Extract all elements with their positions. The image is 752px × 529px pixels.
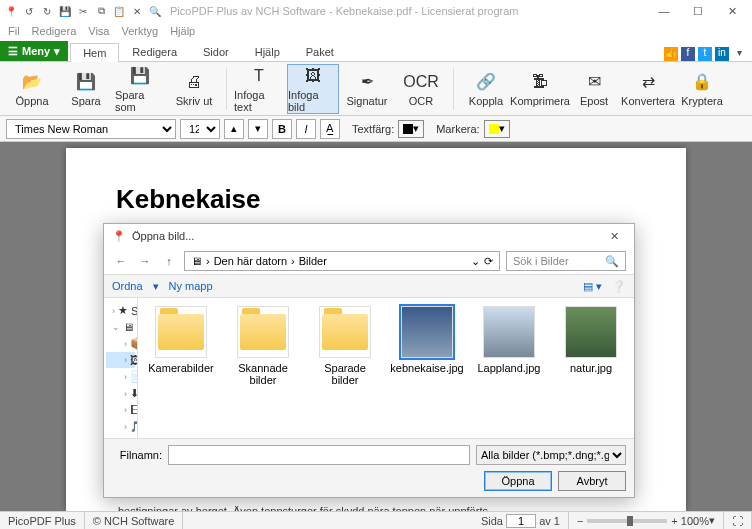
path-refresh-icon[interactable]: ⟳ bbox=[484, 255, 493, 268]
dropdown-icon[interactable]: ▾ bbox=[732, 47, 746, 61]
menu-verktyg[interactable]: Verktyg bbox=[121, 25, 158, 37]
dialog-close-button[interactable]: ✕ bbox=[602, 230, 626, 243]
tree-item[interactable]: ›🖼Bilder bbox=[106, 352, 135, 368]
maximize-button[interactable]: ☐ bbox=[688, 5, 708, 18]
qat-cut-icon[interactable]: ✂ bbox=[76, 4, 90, 18]
tree-item[interactable]: ›📦3D-objekt bbox=[106, 335, 135, 352]
ribbon-infoga-text[interactable]: TInfoga text bbox=[233, 64, 285, 114]
expand-icon[interactable]: › bbox=[124, 405, 127, 415]
menu-redigera[interactable]: Redigera bbox=[32, 25, 77, 37]
tree-item[interactable]: ›🎵Musik bbox=[106, 418, 135, 435]
like-icon[interactable]: 👍 bbox=[664, 47, 678, 61]
italic-button[interactable]: I bbox=[296, 119, 316, 139]
qat-redo-icon[interactable]: ↻ bbox=[40, 4, 54, 18]
breadcrumb[interactable]: 🖥 › Den här datorn › Bilder ⌄ ⟳ bbox=[184, 251, 500, 271]
highlight-label: Markera: bbox=[436, 123, 479, 135]
qat-delete-icon[interactable]: ✕ bbox=[130, 4, 144, 18]
tab-hjalp[interactable]: Hjälp bbox=[242, 42, 293, 61]
qat-save-icon[interactable]: 💾 bbox=[58, 4, 72, 18]
nav-up-icon[interactable]: ↑ bbox=[160, 252, 178, 270]
tab-hem[interactable]: Hem bbox=[70, 43, 119, 62]
folder-tree[interactable]: ›★Snabbåtkomst⌄🖥Den här datorn›📦3D-objek… bbox=[104, 298, 138, 438]
menu-fil[interactable]: Fil bbox=[8, 25, 20, 37]
close-button[interactable]: ✕ bbox=[722, 5, 742, 18]
ribbon-konvertera[interactable]: ⇄Konvertera bbox=[622, 64, 674, 114]
expand-icon[interactable]: › bbox=[112, 306, 115, 316]
ribbon-epost[interactable]: ✉Epost bbox=[568, 64, 620, 114]
tab-redigera[interactable]: Redigera bbox=[119, 42, 190, 61]
expand-icon[interactable]: › bbox=[124, 355, 127, 365]
font-size-up[interactable]: ▴ bbox=[224, 119, 244, 139]
nav-back-icon[interactable]: ← bbox=[112, 252, 130, 270]
minimize-button[interactable]: — bbox=[654, 5, 674, 18]
view-button[interactable]: ▤ ▾ bbox=[583, 280, 602, 293]
breadcrumb-seg-0[interactable]: Den här datorn bbox=[214, 255, 287, 267]
ribbon-signatur[interactable]: ✒Signatur bbox=[341, 64, 393, 114]
font-size-select[interactable]: 12 bbox=[180, 119, 220, 139]
filetype-select[interactable]: Alla bilder (*.bmp;*.dng;*.gif;*.j bbox=[476, 445, 626, 465]
image-item[interactable]: kebnekaise.jpg bbox=[392, 306, 462, 374]
folder-item[interactable]: Kamerabilder bbox=[146, 306, 216, 374]
tab-sidor[interactable]: Sidor bbox=[190, 42, 242, 61]
ribbon-ocr[interactable]: OCROCR bbox=[395, 64, 447, 114]
qat-paste-icon[interactable]: 📋 bbox=[112, 4, 126, 18]
qat-search-icon[interactable]: 🔍 bbox=[148, 4, 162, 18]
expand-icon[interactable]: › bbox=[124, 339, 127, 349]
search-input[interactable]: Sök i Bilder 🔍 bbox=[506, 251, 626, 271]
ribbon-komprimera[interactable]: 🗜Komprimera bbox=[514, 64, 566, 114]
image-item[interactable]: Lappland.jpg bbox=[474, 306, 544, 374]
twitter-icon[interactable]: t bbox=[698, 47, 712, 61]
organize-button[interactable]: Ordna bbox=[112, 280, 143, 292]
tree-item[interactable]: ›🎞Filmer bbox=[106, 402, 135, 418]
underline-button[interactable]: A̲ bbox=[320, 119, 340, 139]
tree-item[interactable]: ›★Snabbåtkomst bbox=[106, 302, 135, 319]
open-button[interactable]: Öppna bbox=[484, 471, 552, 491]
ribbon-koppla[interactable]: 🔗Koppla bbox=[460, 64, 512, 114]
ribbon-infoga-bild[interactable]: 🖼Infoga bild bbox=[287, 64, 339, 114]
expand-icon[interactable]: ⌄ bbox=[112, 322, 120, 332]
ribbon-skriv-ut[interactable]: 🖨Skriv ut bbox=[168, 64, 220, 114]
font-size-down[interactable]: ▾ bbox=[248, 119, 268, 139]
textcolor-picker[interactable]: ▾ bbox=[398, 120, 424, 138]
tree-item[interactable]: ⌄🖥Den här datorn bbox=[106, 319, 135, 335]
ribbon-spara-som[interactable]: 💾Spara som bbox=[114, 64, 166, 114]
file-list[interactable]: KamerabilderSkannade bilderSparade bilde… bbox=[138, 298, 634, 438]
linkedin-icon[interactable]: in bbox=[715, 47, 729, 61]
image-thumb bbox=[483, 306, 535, 358]
folder-item[interactable]: Sparade bilder bbox=[310, 306, 380, 386]
expand-icon[interactable]: › bbox=[124, 422, 127, 432]
tree-item[interactable]: ›⬇Downloads bbox=[106, 385, 135, 402]
font-name-select[interactable]: Times New Roman bbox=[6, 119, 176, 139]
ribbon-öppna[interactable]: 📂Öppna bbox=[6, 64, 58, 114]
tree-item[interactable]: ›📄Dokument bbox=[106, 368, 135, 385]
menu-visa[interactable]: Visa bbox=[88, 25, 109, 37]
expand-icon[interactable]: › bbox=[124, 389, 127, 399]
ribbon-icon: OCR bbox=[410, 71, 432, 93]
cancel-button[interactable]: Avbryt bbox=[558, 471, 626, 491]
bold-button[interactable]: B bbox=[272, 119, 292, 139]
zoom-in-icon[interactable]: + bbox=[671, 515, 677, 527]
qat-undo-icon[interactable]: ↺ bbox=[22, 4, 36, 18]
folder-item[interactable]: Skannade bilder bbox=[228, 306, 298, 386]
new-folder-button[interactable]: Ny mapp bbox=[169, 280, 213, 292]
ribbon-icon: 🖨 bbox=[183, 71, 205, 93]
tab-paket[interactable]: Paket bbox=[293, 42, 347, 61]
status-fit-icon[interactable]: ⛶ bbox=[724, 512, 752, 529]
expand-icon[interactable]: › bbox=[124, 372, 127, 382]
path-dropdown-icon[interactable]: ⌄ bbox=[471, 255, 480, 268]
meny-button[interactable]: ☰ Meny ▾ bbox=[0, 41, 68, 61]
zoom-slider[interactable] bbox=[587, 519, 667, 523]
highlight-picker[interactable]: ▾ bbox=[484, 120, 510, 138]
help-icon[interactable]: ❔ bbox=[612, 280, 626, 293]
zoom-out-icon[interactable]: − bbox=[577, 515, 583, 527]
ribbon-kryptera[interactable]: 🔒Kryptera bbox=[676, 64, 728, 114]
page-input[interactable] bbox=[506, 514, 536, 528]
menu-hjalp[interactable]: Hjälp bbox=[170, 25, 195, 37]
ribbon-spara[interactable]: 💾Spara bbox=[60, 64, 112, 114]
image-item[interactable]: natur.jpg bbox=[556, 306, 626, 374]
nav-forward-icon[interactable]: → bbox=[136, 252, 154, 270]
qat-copy-icon[interactable]: ⧉ bbox=[94, 4, 108, 18]
facebook-icon[interactable]: f bbox=[681, 47, 695, 61]
filename-input[interactable] bbox=[168, 445, 470, 465]
breadcrumb-seg-1[interactable]: Bilder bbox=[299, 255, 327, 267]
